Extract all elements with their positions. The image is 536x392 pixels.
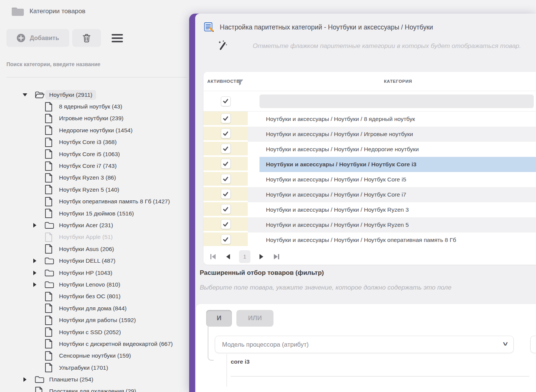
- tree-item[interactable]: Ноутбуки Lenovo (810): [0, 279, 189, 290]
- active-checkbox[interactable]: [221, 159, 231, 169]
- tree-item-label: Ноутбуки Asus (206): [59, 244, 114, 254]
- active-checkbox[interactable]: [221, 129, 231, 138]
- modal-title: Настройка паритетных категорий - Ноутбук…: [220, 23, 433, 31]
- tree-item[interactable]: Ноутбук Core i5 (1063): [0, 148, 189, 160]
- tree-item[interactable]: Ноутбуки Apple (51): [0, 231, 189, 243]
- folder-icon: [45, 281, 54, 288]
- tree-item[interactable]: Ноутбуки HP (1043): [0, 267, 189, 279]
- caret-down-icon[interactable]: [22, 92, 28, 98]
- filter-value-underline: [231, 376, 529, 377]
- table-row[interactable]: Ноутбуки и аксессуары / Ноутбуки / Ноутб…: [204, 187, 536, 202]
- checkmark-icon: [222, 206, 229, 212]
- doc-icon: [45, 292, 54, 301]
- doc-icon: [35, 387, 45, 392]
- folder-icon: [45, 257, 54, 265]
- tree-item[interactable]: Ультрабуки (1701): [0, 362, 189, 373]
- active-checkbox[interactable]: [221, 234, 231, 244]
- tree-item[interactable]: Ноутбуки без ОС (801): [0, 291, 189, 302]
- connector-line: [208, 327, 214, 361]
- table-row[interactable]: Ноутбуки и аксессуары / Ноутбуки / Недор…: [204, 142, 536, 157]
- active-checkbox[interactable]: [221, 96, 231, 106]
- caret-right-icon[interactable]: [32, 282, 38, 288]
- tree-item[interactable]: Ноутбук Core i3 (368): [0, 136, 189, 148]
- category-cell: Ноутбуки и аксессуары / Ноутбуки / 8 яде…: [248, 116, 415, 122]
- tree-item[interactable]: Ноутбуки (2911): [0, 89, 189, 101]
- active-checkbox[interactable]: [221, 204, 231, 214]
- active-checkbox[interactable]: [221, 144, 231, 153]
- magic-wand-icon[interactable]: [217, 39, 228, 51]
- filter-field-select[interactable]: Модель процессора (атрибут) ˅: [215, 336, 514, 353]
- tree-item[interactable]: 8 ядерный ноутбук (43): [0, 101, 189, 112]
- tree-item-label: Ноутбуки без ОС (801): [59, 291, 121, 301]
- previous-page-icon: [226, 254, 230, 259]
- next-page-icon: [259, 254, 263, 259]
- tree-item-label: Ноутбуки (2911): [45, 90, 96, 100]
- active-checkbox[interactable]: [221, 189, 231, 199]
- tree-item[interactable]: Подставки для охлаждения (29): [0, 386, 189, 392]
- doc-icon: [45, 126, 54, 135]
- current-page[interactable]: 1: [239, 250, 250, 263]
- tree-item[interactable]: Ноутбук Core i7 (743): [0, 160, 189, 172]
- caret-right-icon[interactable]: [32, 258, 38, 264]
- tree-item-label: Ноутбуки Apple (51): [59, 232, 113, 242]
- table-row[interactable]: Ноутбуки и аксессуары / Ноутбуки / 8 яде…: [204, 112, 536, 127]
- tree-item[interactable]: Ноутбуки Asus (206): [0, 243, 189, 255]
- table-row[interactable]: [204, 91, 536, 112]
- tree-item[interactable]: Сенсорные ноутбуки (159): [0, 350, 189, 362]
- tree-item[interactable]: Ноутбуки DELL (487): [0, 255, 189, 266]
- tree-item[interactable]: Ноутбук оперативная память 8 Гб (1427): [0, 196, 189, 208]
- column-category: КАТЕГОРИЯ: [384, 79, 412, 84]
- table-row[interactable]: Ноутбуки и аксессуары / Ноутбуки / Ноутб…: [204, 172, 536, 187]
- tree-item[interactable]: Ноутбуки Acer (231): [0, 219, 189, 231]
- previous-page-button[interactable]: [225, 253, 231, 261]
- next-page-button[interactable]: [258, 253, 265, 261]
- table-row[interactable]: Ноутбуки и аксессуары / Ноутбуки / Ноутб…: [204, 232, 536, 248]
- tree-item[interactable]: Ноутбуки с дискретной видеокартой (667): [0, 338, 189, 350]
- tree-item[interactable]: Ноутбук Ryzen 3 (86): [0, 172, 189, 184]
- column-active[interactable]: АКТИВНОСТЬ: [207, 77, 243, 85]
- and-operator-button[interactable]: И: [206, 310, 232, 327]
- search-input[interactable]: [6, 61, 187, 77]
- tree-item-label: Ноутбук Ryzen 5 (140): [59, 185, 119, 195]
- active-checkbox[interactable]: [221, 113, 231, 123]
- tree-item[interactable]: Ноутбуки для работы (1592): [0, 314, 189, 326]
- tree-item[interactable]: Планшеты (254): [0, 373, 189, 385]
- doc-icon: [45, 363, 54, 372]
- table-row[interactable]: Ноутбуки и аксессуары / Ноутбуки / Ноутб…: [204, 217, 536, 232]
- or-operator-button[interactable]: ИЛИ: [236, 310, 273, 327]
- tree-item[interactable]: Ноутбуки 15 дюймов (1516): [0, 208, 189, 219]
- delete-category-button[interactable]: [72, 29, 101, 47]
- filter-secondary-select[interactable]: [530, 336, 536, 353]
- category-sidebar: Категории товаров Добавить: [0, 0, 189, 392]
- checkmark-icon: [222, 191, 229, 197]
- trash-icon: [82, 34, 91, 43]
- caret-right-icon[interactable]: [22, 377, 28, 383]
- tree-item[interactable]: Недорогие ноутбуки (1454): [0, 124, 189, 136]
- table-row[interactable]: Ноутбуки и аксессуары / Ноутбуки / Ноутб…: [204, 157, 536, 172]
- empty-category-placeholder: [259, 95, 534, 108]
- active-checkbox[interactable]: [221, 174, 231, 184]
- table-header: АКТИВНОСТЬ КАТЕГОРИЯ: [204, 72, 536, 91]
- filter-value-input[interactable]: core i3: [231, 358, 250, 365]
- last-page-button[interactable]: [272, 253, 281, 261]
- doc-icon: [45, 138, 54, 147]
- chevron-down-icon: ˅: [503, 341, 508, 348]
- caret-right-icon[interactable]: [32, 270, 38, 276]
- tree-item[interactable]: Ноутбуки с SSD (2052): [0, 326, 189, 338]
- add-category-button[interactable]: Добавить: [6, 29, 69, 47]
- tree-item[interactable]: Игровые ноутбуки (239): [0, 113, 189, 124]
- folder-icon: [11, 6, 24, 16]
- app-root: { "sidebar": { "title": "Категории товар…: [0, 0, 536, 392]
- menu-button[interactable]: [112, 34, 123, 42]
- checkmark-icon: [222, 115, 229, 122]
- filter-funnel-icon[interactable]: [237, 79, 243, 85]
- tree-item[interactable]: Ноутбуки для дома (844): [0, 302, 189, 314]
- table-row[interactable]: Ноутбуки и аксессуары / Ноутбуки / Ноутб…: [204, 202, 536, 217]
- table-row[interactable]: Ноутбуки и аксессуары / Ноутбуки / Игров…: [204, 127, 536, 142]
- tree-item-label: Ноутбук Core i3 (368): [59, 137, 117, 147]
- tree-item[interactable]: Ноутбук Ryzen 5 (140): [0, 184, 189, 195]
- active-checkbox[interactable]: [221, 219, 231, 229]
- first-page-button[interactable]: [209, 253, 217, 261]
- caret-right-icon[interactable]: [32, 222, 38, 228]
- doc-icon: [45, 161, 54, 171]
